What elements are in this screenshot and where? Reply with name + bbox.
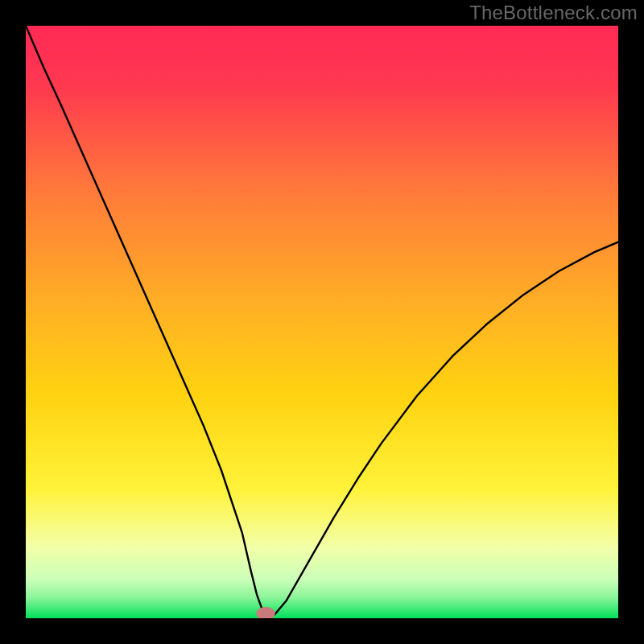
chart-svg: [0, 0, 644, 644]
frame-left: [0, 0, 26, 644]
frame-bottom: [0, 618, 644, 644]
frame-right: [618, 0, 644, 644]
bottleneck-chart: TheBottleneck.com: [0, 0, 644, 644]
plot-area: [26, 26, 618, 620]
gradient-background: [26, 26, 618, 618]
minimum-marker: [256, 607, 275, 620]
frame-top: [0, 0, 644, 26]
